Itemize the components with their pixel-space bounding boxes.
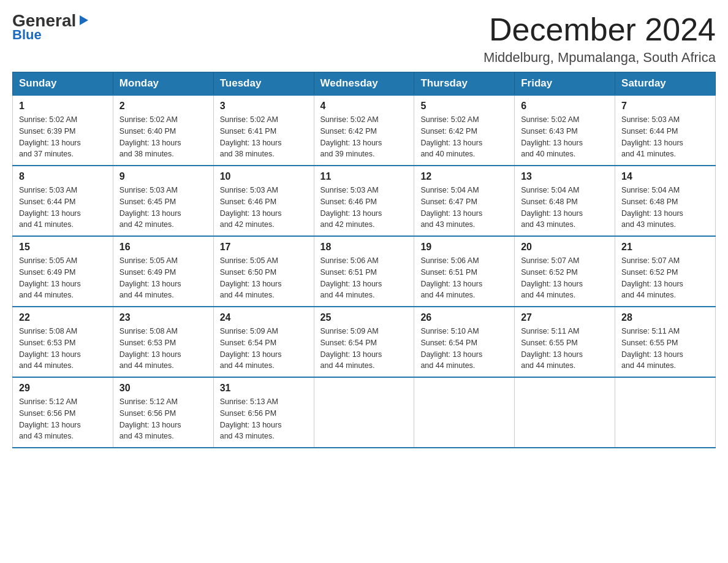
calendar-cell: 15Sunrise: 5:05 AMSunset: 6:49 PMDayligh… [13,236,113,307]
day-number: 20 [521,242,609,253]
logo-arrow-icon [77,13,91,27]
day-number: 16 [119,242,207,253]
calendar-cell: 23Sunrise: 5:08 AMSunset: 6:53 PMDayligh… [113,307,213,377]
calendar-cell: 14Sunrise: 5:04 AMSunset: 6:48 PMDayligh… [615,166,716,236]
calendar-week-row: 1Sunrise: 5:02 AMSunset: 6:39 PMDaylight… [13,95,716,166]
day-number: 14 [621,171,709,182]
calendar-cell: 18Sunrise: 5:06 AMSunset: 6:51 PMDayligh… [314,236,414,307]
day-info: Sunrise: 5:03 AMSunset: 6:46 PMDaylight:… [220,185,308,231]
day-info: Sunrise: 5:11 AMSunset: 6:55 PMDaylight:… [521,326,609,372]
calendar-cell: 1Sunrise: 5:02 AMSunset: 6:39 PMDaylight… [13,95,113,166]
calendar-cell: 22Sunrise: 5:08 AMSunset: 6:53 PMDayligh… [13,307,113,377]
calendar-cell [314,377,414,448]
weekday-header-tuesday: Tuesday [213,72,314,96]
day-number: 25 [320,312,408,323]
calendar-cell: 19Sunrise: 5:06 AMSunset: 6:51 PMDayligh… [414,236,515,307]
weekday-header-wednesday: Wednesday [314,72,414,96]
day-info: Sunrise: 5:06 AMSunset: 6:51 PMDaylight:… [320,255,408,301]
calendar-cell [615,377,716,448]
calendar-cell: 13Sunrise: 5:04 AMSunset: 6:48 PMDayligh… [515,166,615,236]
day-info: Sunrise: 5:02 AMSunset: 6:43 PMDaylight:… [521,114,609,160]
calendar-week-row: 15Sunrise: 5:05 AMSunset: 6:49 PMDayligh… [13,236,716,307]
day-number: 10 [220,171,308,182]
day-number: 30 [119,383,207,394]
day-info: Sunrise: 5:04 AMSunset: 6:47 PMDaylight:… [420,185,508,231]
day-number: 29 [19,383,107,394]
day-number: 6 [521,101,609,112]
day-info: Sunrise: 5:11 AMSunset: 6:55 PMDaylight:… [621,326,709,372]
calendar-cell: 11Sunrise: 5:03 AMSunset: 6:46 PMDayligh… [314,166,414,236]
calendar-cell: 26Sunrise: 5:10 AMSunset: 6:54 PMDayligh… [414,307,515,377]
calendar-cell: 16Sunrise: 5:05 AMSunset: 6:49 PMDayligh… [113,236,213,307]
svg-marker-0 [80,15,88,25]
day-number: 28 [621,312,709,323]
day-info: Sunrise: 5:06 AMSunset: 6:51 PMDaylight:… [420,255,508,301]
day-number: 3 [220,101,308,112]
weekday-header-saturday: Saturday [615,72,716,96]
calendar-cell: 9Sunrise: 5:03 AMSunset: 6:45 PMDaylight… [113,166,213,236]
calendar-cell: 25Sunrise: 5:09 AMSunset: 6:54 PMDayligh… [314,307,414,377]
day-info: Sunrise: 5:03 AMSunset: 6:46 PMDaylight:… [320,185,408,231]
day-info: Sunrise: 5:09 AMSunset: 6:54 PMDaylight:… [220,326,308,372]
day-number: 13 [521,171,609,182]
day-info: Sunrise: 5:09 AMSunset: 6:54 PMDaylight:… [320,326,408,372]
day-info: Sunrise: 5:02 AMSunset: 6:39 PMDaylight:… [19,114,107,160]
day-number: 8 [19,171,107,182]
day-number: 11 [320,171,408,182]
day-info: Sunrise: 5:03 AMSunset: 6:44 PMDaylight:… [19,185,107,231]
day-info: Sunrise: 5:05 AMSunset: 6:50 PMDaylight:… [220,255,308,301]
day-number: 17 [220,242,308,253]
day-number: 27 [521,312,609,323]
day-info: Sunrise: 5:03 AMSunset: 6:45 PMDaylight:… [119,185,207,231]
day-number: 19 [420,242,508,253]
month-title: December 2024 [483,12,716,47]
calendar-cell [414,377,515,448]
weekday-header-sunday: Sunday [13,72,113,96]
day-number: 21 [621,242,709,253]
calendar-cell: 12Sunrise: 5:04 AMSunset: 6:47 PMDayligh… [414,166,515,236]
day-number: 18 [320,242,408,253]
day-number: 24 [220,312,308,323]
weekday-header-thursday: Thursday [414,72,515,96]
day-info: Sunrise: 5:05 AMSunset: 6:49 PMDaylight:… [119,255,207,301]
day-info: Sunrise: 5:12 AMSunset: 6:56 PMDaylight:… [119,396,207,442]
calendar-cell [515,377,615,448]
day-number: 12 [420,171,508,182]
day-info: Sunrise: 5:08 AMSunset: 6:53 PMDaylight:… [19,326,107,372]
calendar-cell: 3Sunrise: 5:02 AMSunset: 6:41 PMDaylight… [213,95,314,166]
day-info: Sunrise: 5:10 AMSunset: 6:54 PMDaylight:… [420,326,508,372]
calendar-cell: 30Sunrise: 5:12 AMSunset: 6:56 PMDayligh… [113,377,213,448]
calendar-week-row: 8Sunrise: 5:03 AMSunset: 6:44 PMDaylight… [13,166,716,236]
calendar-cell: 8Sunrise: 5:03 AMSunset: 6:44 PMDaylight… [13,166,113,236]
calendar-cell: 28Sunrise: 5:11 AMSunset: 6:55 PMDayligh… [615,307,716,377]
day-info: Sunrise: 5:13 AMSunset: 6:56 PMDaylight:… [220,396,308,442]
calendar-cell: 10Sunrise: 5:03 AMSunset: 6:46 PMDayligh… [213,166,314,236]
day-number: 26 [420,312,508,323]
day-info: Sunrise: 5:12 AMSunset: 6:56 PMDaylight:… [19,396,107,442]
day-info: Sunrise: 5:07 AMSunset: 6:52 PMDaylight:… [621,255,709,301]
calendar-cell: 27Sunrise: 5:11 AMSunset: 6:55 PMDayligh… [515,307,615,377]
logo: General Blue [12,12,91,43]
day-number: 23 [119,312,207,323]
day-info: Sunrise: 5:02 AMSunset: 6:42 PMDaylight:… [320,114,408,160]
calendar-cell: 24Sunrise: 5:09 AMSunset: 6:54 PMDayligh… [213,307,314,377]
page-header: General Blue December 2024 Middelburg, M… [12,12,716,66]
calendar-cell: 29Sunrise: 5:12 AMSunset: 6:56 PMDayligh… [13,377,113,448]
day-info: Sunrise: 5:07 AMSunset: 6:52 PMDaylight:… [521,255,609,301]
calendar-cell: 2Sunrise: 5:02 AMSunset: 6:40 PMDaylight… [113,95,213,166]
day-number: 2 [119,101,207,112]
calendar-cell: 31Sunrise: 5:13 AMSunset: 6:56 PMDayligh… [213,377,314,448]
day-info: Sunrise: 5:05 AMSunset: 6:49 PMDaylight:… [19,255,107,301]
calendar-week-row: 29Sunrise: 5:12 AMSunset: 6:56 PMDayligh… [13,377,716,448]
day-number: 7 [621,101,709,112]
day-number: 4 [320,101,408,112]
day-number: 31 [220,383,308,394]
day-number: 22 [19,312,107,323]
logo-blue: Blue [12,27,42,43]
day-info: Sunrise: 5:02 AMSunset: 6:41 PMDaylight:… [220,114,308,160]
day-info: Sunrise: 5:04 AMSunset: 6:48 PMDaylight:… [521,185,609,231]
day-info: Sunrise: 5:03 AMSunset: 6:44 PMDaylight:… [621,114,709,160]
calendar-cell: 7Sunrise: 5:03 AMSunset: 6:44 PMDaylight… [615,95,716,166]
day-number: 15 [19,242,107,253]
weekday-header-row: SundayMondayTuesdayWednesdayThursdayFrid… [13,72,716,96]
